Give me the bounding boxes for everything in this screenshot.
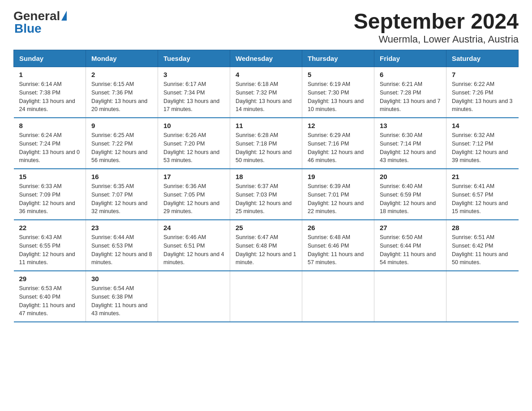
day-of-week-tuesday: Tuesday	[158, 50, 230, 67]
calendar-cell: 10Sunrise: 6:26 AMSunset: 7:20 PMDayligh…	[158, 118, 230, 169]
day-info: Sunrise: 6:50 AMSunset: 6:44 PMDaylight:…	[380, 233, 441, 267]
day-info: Sunrise: 6:39 AMSunset: 7:01 PMDaylight:…	[308, 182, 369, 216]
calendar-cell: 21Sunrise: 6:41 AMSunset: 6:57 PMDayligh…	[446, 169, 519, 220]
day-info: Sunrise: 6:32 AMSunset: 7:12 PMDaylight:…	[452, 131, 513, 165]
day-number: 19	[308, 173, 369, 180]
logo: General Blue	[13, 9, 67, 36]
day-number: 22	[19, 224, 81, 231]
day-info: Sunrise: 6:53 AMSunset: 6:40 PMDaylight:…	[19, 284, 81, 318]
day-number: 20	[380, 173, 441, 180]
calendar-cell: 9Sunrise: 6:25 AMSunset: 7:22 PMDaylight…	[86, 118, 158, 169]
logo-triangle-icon	[61, 11, 67, 21]
calendar-cell: 1Sunrise: 6:14 AMSunset: 7:38 PMDaylight…	[14, 67, 86, 118]
calendar-table: SundayMondayTuesdayWednesdayThursdayFrid…	[13, 50, 519, 322]
calendar-cell: 17Sunrise: 6:36 AMSunset: 7:05 PMDayligh…	[158, 169, 230, 220]
day-number: 2	[91, 71, 152, 78]
day-number: 5	[308, 71, 369, 78]
calendar-week-row: 15Sunrise: 6:33 AMSunset: 7:09 PMDayligh…	[14, 169, 519, 220]
day-info: Sunrise: 6:43 AMSunset: 6:55 PMDaylight:…	[19, 233, 81, 267]
day-number: 15	[19, 173, 81, 180]
days-of-week-row: SundayMondayTuesdayWednesdayThursdayFrid…	[14, 50, 519, 67]
day-number: 3	[163, 71, 224, 78]
day-info: Sunrise: 6:51 AMSunset: 6:42 PMDaylight:…	[452, 233, 513, 267]
calendar-cell: 12Sunrise: 6:29 AMSunset: 7:16 PMDayligh…	[302, 118, 374, 169]
day-info: Sunrise: 6:29 AMSunset: 7:16 PMDaylight:…	[308, 131, 369, 165]
day-number: 25	[236, 224, 296, 231]
calendar-cell: 24Sunrise: 6:46 AMSunset: 6:51 PMDayligh…	[158, 220, 230, 271]
calendar-cell: 28Sunrise: 6:51 AMSunset: 6:42 PMDayligh…	[446, 220, 519, 271]
day-number: 21	[452, 173, 513, 180]
calendar-cell	[374, 271, 446, 322]
calendar-cell: 8Sunrise: 6:24 AMSunset: 7:24 PMDaylight…	[14, 118, 86, 169]
day-number: 1	[19, 71, 81, 78]
day-info: Sunrise: 6:24 AMSunset: 7:24 PMDaylight:…	[19, 131, 81, 165]
day-info: Sunrise: 6:17 AMSunset: 7:34 PMDaylight:…	[163, 80, 224, 114]
day-info: Sunrise: 6:48 AMSunset: 6:46 PMDaylight:…	[308, 233, 369, 267]
day-number: 6	[380, 71, 441, 78]
day-number: 24	[163, 224, 224, 231]
day-info: Sunrise: 6:28 AMSunset: 7:18 PMDaylight:…	[236, 131, 296, 165]
calendar-cell: 14Sunrise: 6:32 AMSunset: 7:12 PMDayligh…	[446, 118, 519, 169]
day-number: 26	[308, 224, 369, 231]
day-info: Sunrise: 6:35 AMSunset: 7:07 PMDaylight:…	[91, 182, 152, 216]
calendar-cell: 3Sunrise: 6:17 AMSunset: 7:34 PMDaylight…	[158, 67, 230, 118]
calendar-cell: 23Sunrise: 6:44 AMSunset: 6:53 PMDayligh…	[86, 220, 158, 271]
day-info: Sunrise: 6:18 AMSunset: 7:32 PMDaylight:…	[236, 80, 296, 114]
calendar-week-row: 29Sunrise: 6:53 AMSunset: 6:40 PMDayligh…	[14, 271, 519, 322]
calendar-week-row: 22Sunrise: 6:43 AMSunset: 6:55 PMDayligh…	[14, 220, 519, 271]
day-number: 14	[452, 122, 513, 129]
day-number: 9	[91, 122, 152, 129]
day-of-week-monday: Monday	[86, 50, 158, 67]
day-number: 11	[236, 122, 296, 129]
day-number: 28	[452, 224, 513, 231]
page-header: General Blue September 2024 Wuermla, Low…	[13, 9, 519, 45]
day-info: Sunrise: 6:33 AMSunset: 7:09 PMDaylight:…	[19, 182, 81, 216]
day-number: 12	[308, 122, 369, 129]
day-info: Sunrise: 6:22 AMSunset: 7:26 PMDaylight:…	[452, 80, 513, 114]
day-info: Sunrise: 6:37 AMSunset: 7:03 PMDaylight:…	[236, 182, 296, 216]
calendar-cell: 25Sunrise: 6:47 AMSunset: 6:48 PMDayligh…	[230, 220, 302, 271]
day-info: Sunrise: 6:47 AMSunset: 6:48 PMDaylight:…	[236, 233, 296, 267]
calendar-cell: 7Sunrise: 6:22 AMSunset: 7:26 PMDaylight…	[446, 67, 519, 118]
calendar-cell	[302, 271, 374, 322]
day-info: Sunrise: 6:25 AMSunset: 7:22 PMDaylight:…	[91, 131, 152, 165]
calendar-cell: 19Sunrise: 6:39 AMSunset: 7:01 PMDayligh…	[302, 169, 374, 220]
day-number: 7	[452, 71, 513, 78]
day-info: Sunrise: 6:26 AMSunset: 7:20 PMDaylight:…	[163, 131, 224, 165]
calendar-cell: 5Sunrise: 6:19 AMSunset: 7:30 PMDaylight…	[302, 67, 374, 118]
day-number: 29	[19, 275, 81, 283]
day-info: Sunrise: 6:30 AMSunset: 7:14 PMDaylight:…	[380, 131, 441, 165]
day-of-week-saturday: Saturday	[446, 50, 519, 67]
calendar-cell: 16Sunrise: 6:35 AMSunset: 7:07 PMDayligh…	[86, 169, 158, 220]
day-number: 8	[19, 122, 81, 129]
calendar-cell: 27Sunrise: 6:50 AMSunset: 6:44 PMDayligh…	[374, 220, 446, 271]
calendar-title: September 2024	[354, 9, 519, 34]
day-info: Sunrise: 6:40 AMSunset: 6:59 PMDaylight:…	[380, 182, 441, 216]
day-of-week-sunday: Sunday	[14, 50, 86, 67]
calendar-cell: 6Sunrise: 6:21 AMSunset: 7:28 PMDaylight…	[374, 67, 446, 118]
calendar-week-row: 8Sunrise: 6:24 AMSunset: 7:24 PMDaylight…	[14, 118, 519, 169]
day-number: 30	[91, 275, 152, 283]
calendar-cell: 20Sunrise: 6:40 AMSunset: 6:59 PMDayligh…	[374, 169, 446, 220]
calendar-week-row: 1Sunrise: 6:14 AMSunset: 7:38 PMDaylight…	[14, 67, 519, 118]
day-info: Sunrise: 6:46 AMSunset: 6:51 PMDaylight:…	[163, 233, 224, 267]
logo-blue-text: Blue	[14, 21, 42, 36]
calendar-cell: 26Sunrise: 6:48 AMSunset: 6:46 PMDayligh…	[302, 220, 374, 271]
calendar-cell	[446, 271, 519, 322]
calendar-cell: 29Sunrise: 6:53 AMSunset: 6:40 PMDayligh…	[14, 271, 86, 322]
calendar-cell: 2Sunrise: 6:15 AMSunset: 7:36 PMDaylight…	[86, 67, 158, 118]
calendar-cell: 4Sunrise: 6:18 AMSunset: 7:32 PMDaylight…	[230, 67, 302, 118]
day-number: 17	[163, 173, 224, 180]
day-info: Sunrise: 6:19 AMSunset: 7:30 PMDaylight:…	[308, 80, 369, 114]
day-number: 16	[91, 173, 152, 180]
day-number: 18	[236, 173, 296, 180]
calendar-cell	[158, 271, 230, 322]
day-info: Sunrise: 6:41 AMSunset: 6:57 PMDaylight:…	[452, 182, 513, 216]
day-info: Sunrise: 6:21 AMSunset: 7:28 PMDaylight:…	[380, 80, 441, 114]
calendar-cell: 30Sunrise: 6:54 AMSunset: 6:38 PMDayligh…	[86, 271, 158, 322]
day-number: 23	[91, 224, 152, 231]
day-info: Sunrise: 6:36 AMSunset: 7:05 PMDaylight:…	[163, 182, 224, 216]
day-number: 4	[236, 71, 296, 78]
day-number: 10	[163, 122, 224, 129]
calendar-cell	[230, 271, 302, 322]
